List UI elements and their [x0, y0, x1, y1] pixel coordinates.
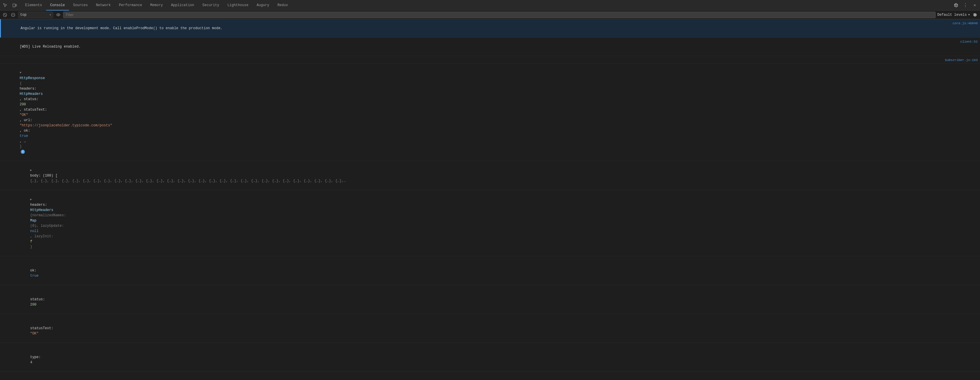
console-line-ok: ok: true	[0, 256, 980, 285]
console-line-type: type: 4	[0, 343, 980, 372]
console-line-angular: Angular is running in the development mo…	[0, 19, 980, 38]
tab-memory[interactable]: Memory	[146, 0, 167, 11]
inspect-icon-btn[interactable]	[1, 1, 10, 10]
console-line-wds: [WDS] Live Reloading enabled. client:52	[0, 38, 980, 56]
device-icon-btn[interactable]	[11, 1, 19, 10]
console-line-wds-source[interactable]: client:52	[958, 38, 980, 44]
tab-sources[interactable]: Sources	[69, 0, 92, 11]
wds-message: [WDS] Live Reloading enabled.	[19, 45, 81, 49]
console-line-http-response: HttpResponse { headers: HttpHeaders , st…	[0, 63, 980, 161]
headers-content: headers: HttpHeaders {normalizedNames: M…	[11, 191, 980, 255]
clear-console-btn[interactable]	[2, 12, 8, 18]
svg-point-7	[57, 14, 59, 16]
console-output: Angular is running in the development mo…	[0, 19, 980, 380]
svg-point-2	[14, 6, 14, 6]
device-icon	[12, 3, 17, 8]
tab-augury[interactable]: Augury	[253, 0, 273, 11]
more-icon-btn[interactable]: ⋮	[961, 1, 969, 10]
status-content: status: 200	[11, 286, 980, 313]
gear-icon	[973, 13, 977, 17]
console-settings-btn[interactable]	[972, 12, 978, 18]
tab-lighthouse[interactable]: Lighthouse	[223, 0, 253, 11]
console-line-angular-source[interactable]: core.js:40840	[950, 20, 980, 26]
eye-btn[interactable]	[55, 12, 61, 18]
more-icon: ⋮	[963, 2, 968, 8]
http-response-summary: HttpResponse { headers: HttpHeaders , st…	[0, 64, 980, 160]
type-content: type: 4	[11, 344, 980, 371]
body-content: body: (100) [ {…}, {…}, {…}, {…}, {…}, {…	[11, 162, 980, 189]
settings-icon	[954, 3, 958, 8]
tab-icon-group	[1, 1, 19, 10]
block-icon	[11, 13, 15, 17]
console-line-subscriber-empty	[0, 57, 943, 58]
tab-right-icons: ⋮ ✕	[952, 1, 979, 10]
context-label: top	[20, 13, 48, 17]
clear-icon	[3, 13, 7, 17]
http-response-toggle[interactable]	[19, 70, 23, 76]
console-line-statustext: statusText: "OK"	[0, 314, 980, 343]
console-line-subscriber: Subscriber.js:183	[0, 56, 980, 63]
tab-security[interactable]: Security	[198, 0, 224, 11]
console-line-subscriber-source[interactable]: Subscriber.js:183	[943, 57, 980, 63]
tab-application[interactable]: Application	[167, 0, 198, 11]
angular-message: Angular is running in the development mo…	[21, 26, 222, 30]
http-response-info-badge[interactable]: i	[21, 150, 25, 154]
tab-console[interactable]: Console	[46, 0, 69, 11]
statustext-content: statusText: "OK"	[11, 315, 980, 342]
filter-input[interactable]	[63, 12, 935, 18]
settings-icon-btn[interactable]	[952, 1, 960, 10]
context-selector[interactable]: top ▾	[18, 12, 53, 18]
levels-dropdown-arrow: ▾	[968, 13, 970, 17]
tab-network[interactable]: Network	[92, 0, 115, 11]
close-icon-btn[interactable]: ✕	[970, 1, 979, 10]
block-btn[interactable]	[10, 12, 16, 18]
console-line-status: status: 200	[0, 285, 980, 314]
levels-selector[interactable]: Default levels ▾	[937, 13, 970, 17]
context-dropdown-arrow: ▾	[49, 13, 51, 17]
eye-icon	[56, 13, 60, 16]
headers-toggle[interactable]	[30, 197, 33, 202]
console-toolbar: top ▾ Default levels ▾	[0, 11, 980, 19]
close-icon: ✕	[974, 3, 976, 8]
tab-performance[interactable]: Performance	[115, 0, 146, 11]
body-toggle[interactable]	[30, 168, 33, 173]
console-line-headers: headers: HttpHeaders {normalizedNames: M…	[0, 190, 980, 256]
inspect-icon	[3, 3, 8, 8]
console-line-body: body: (100) [ {…}, {…}, {…}, {…}, {…}, {…	[0, 161, 980, 190]
console-line-wds-text: [WDS] Live Reloading enabled.	[0, 38, 958, 55]
console-line-url: url: "https://jsonplaceholder.typicode.c…	[0, 372, 980, 380]
tab-redux[interactable]: Redux	[273, 0, 292, 11]
svg-rect-1	[16, 5, 17, 6]
levels-label: Default levels	[937, 13, 967, 17]
tab-elements[interactable]: Elements	[21, 0, 46, 11]
url-content: url: "https://jsonplaceholder.typicode.c…	[11, 372, 980, 380]
svg-line-4	[4, 14, 6, 16]
ok-content: ok: true	[11, 257, 980, 284]
devtools-tabbar: Elements Console Sources Network Perform…	[0, 0, 980, 11]
console-line-angular-text: Angular is running in the development mo…	[1, 20, 950, 37]
